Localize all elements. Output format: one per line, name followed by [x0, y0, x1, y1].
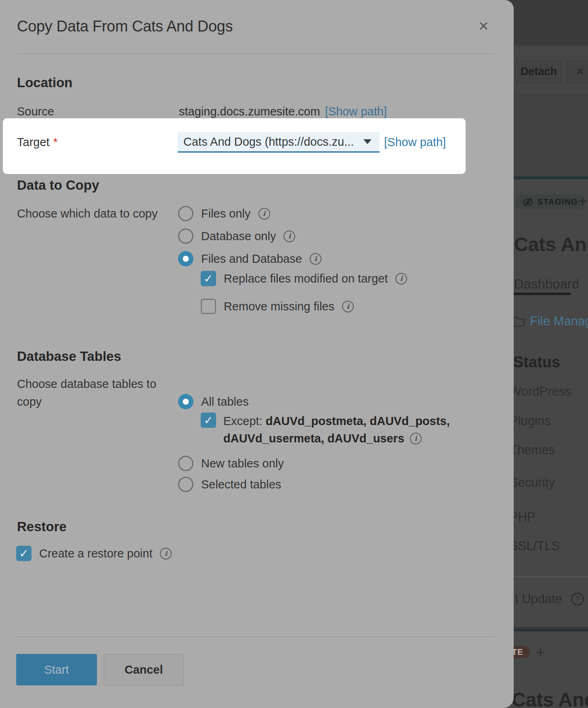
info-icon[interactable]: i — [410, 433, 422, 444]
radio-database-only-label: Database only — [201, 230, 276, 243]
choose-tables-line2: copy — [17, 393, 156, 411]
site-title: Cats And — [514, 233, 588, 256]
radio-all-tables[interactable] — [178, 394, 193, 409]
add-label-icon-2[interactable]: + — [536, 644, 546, 661]
radio-files-and-database[interactable] — [178, 251, 193, 266]
source-label: Source — [17, 103, 54, 120]
database-tables-heading: Database Tables — [17, 349, 121, 364]
all-tables-label: All tables — [201, 395, 249, 408]
target-show-path-link[interactable]: [Show path] — [384, 133, 446, 151]
copy-data-modal: Copy Data From Cats And Dogs ✕ Location … — [0, 0, 514, 708]
radio-row-all-tables[interactable]: All tables — [178, 394, 249, 409]
source-value: staging.docs.zumesite.com — [179, 105, 320, 118]
status-item-wordpress[interactable]: WordPress — [510, 384, 571, 399]
info-icon[interactable]: i — [395, 273, 407, 285]
add-label-icon[interactable]: + — [578, 193, 588, 210]
choose-tables-line1: Choose database tables to — [17, 375, 156, 393]
data-to-copy-heading: Data to Copy — [17, 178, 99, 193]
modal-close-icon[interactable]: ✕ — [478, 19, 489, 34]
checkbox-row-except-tables[interactable]: ✓ Except: dAUVd_postmeta, dAUVd_posts, d… — [201, 413, 450, 447]
target-label-text: Target — [17, 136, 50, 149]
radio-row-selected-tables[interactable]: Selected tables — [178, 477, 281, 492]
site-title-bottom: Cats And — [512, 689, 588, 708]
except-prefix: Except: — [223, 415, 262, 427]
checkbox-row-remove-missing[interactable]: Remove missing files i — [201, 299, 354, 314]
choose-data-label: Choose which data to copy — [17, 205, 158, 222]
choose-tables-label: Choose database tables to copy — [17, 375, 156, 411]
cancel-button[interactable]: Cancel — [104, 654, 184, 685]
start-button[interactable]: Start — [16, 654, 97, 685]
checkbox-remove-missing[interactable] — [201, 299, 216, 314]
checkbox-except-tables[interactable]: ✓ — [201, 413, 216, 428]
folder-icon — [512, 316, 525, 327]
title-divider — [17, 53, 495, 54]
except-line1: Except: dAUVd_postmeta, dAUVd_posts, — [223, 413, 450, 430]
radio-database-only[interactable] — [178, 228, 193, 244]
radio-selected-tables[interactable] — [178, 477, 193, 492]
except-tables-part2: dAUVd_usermeta, dAUVd_users — [223, 430, 404, 447]
radio-row-database-only[interactable]: Database only i — [178, 228, 295, 244]
help-icon[interactable]: ? — [571, 593, 584, 605]
status-item-security[interactable]: Security — [510, 475, 555, 490]
except-line2: dAUVd_usermeta, dAUVd_users i — [223, 430, 450, 447]
staging-badge: STAGING — [514, 195, 586, 209]
required-asterisk: * — [53, 136, 58, 149]
restore-point-label: Create a restore point — [39, 547, 152, 560]
except-tables-part1: dAUVd_postmeta, dAUVd_posts, — [266, 415, 450, 427]
info-icon[interactable]: i — [284, 230, 295, 242]
checkbox-row-restore-point[interactable]: ✓ Create a restore point i — [16, 546, 172, 561]
info-icon[interactable]: i — [258, 208, 270, 220]
radio-row-new-tables[interactable]: New tables only — [178, 456, 284, 471]
source-show-path-link[interactable]: [Show path] — [325, 105, 387, 118]
checkbox-restore-point[interactable]: ✓ — [16, 546, 32, 561]
modal-title: Copy Data From Cats And Dogs — [17, 18, 233, 35]
status-heading: Status — [513, 354, 560, 371]
target-select-value: Cats And Dogs (https://docs.zu... — [183, 135, 363, 149]
detach-button[interactable]: Detach — [515, 60, 562, 83]
info-icon[interactable]: i — [160, 548, 172, 559]
radio-files-only[interactable] — [178, 206, 193, 221]
restore-heading: Restore — [17, 519, 67, 534]
status-item-ssl-tls[interactable]: SSL/TLS — [510, 539, 560, 553]
radio-files-and-database-label: Files and Database — [201, 252, 302, 266]
except-tables-text: Except: dAUVd_postmeta, dAUVd_posts, dAU… — [223, 413, 450, 447]
info-icon[interactable]: i — [342, 301, 354, 312]
staging-badge-label: STAGING — [538, 197, 578, 207]
checkbox-row-replace-files[interactable]: ✓ Replace files modified on target i — [201, 271, 407, 286]
replace-files-label: Replace files modified on target — [224, 272, 388, 285]
selected-tables-label: Selected tables — [201, 478, 281, 491]
new-tables-label: New tables only — [201, 457, 284, 470]
tour-spotlight: Target* Cats And Dogs (https://docs.zu..… — [3, 118, 466, 174]
tab-dashboard[interactable]: Dashboard — [514, 276, 579, 292]
file-manager-label: File Manager — [530, 314, 588, 329]
status-item-plugins[interactable]: Plugins — [510, 414, 551, 428]
screen: Detach ✕ STAGING + Cats And Dashboard Fi… — [0, 0, 588, 708]
footer-divider — [16, 637, 494, 637]
target-label: Target* — [17, 133, 58, 151]
remove-missing-label: Remove missing files — [224, 300, 334, 313]
eye-slash-icon — [522, 197, 533, 208]
info-icon[interactable]: i — [310, 253, 321, 265]
source-value-row: staging.docs.zumesite.com [Show path] — [179, 104, 387, 119]
radio-row-files-only[interactable]: Files only i — [178, 206, 270, 221]
target-select[interactable]: Cats And Dogs (https://docs.zu... — [178, 132, 380, 153]
checkbox-replace-files[interactable]: ✓ — [201, 271, 216, 286]
location-heading: Location — [17, 75, 73, 90]
radio-files-only-label: Files only — [201, 207, 251, 220]
drawer-close-button[interactable]: ✕ — [566, 60, 588, 83]
file-manager-link[interactable]: File Manager — [512, 314, 588, 329]
smart-update-label: t Update — [515, 592, 562, 606]
chevron-down-icon — [363, 139, 372, 144]
status-item-themes[interactable]: Themes — [510, 443, 555, 457]
radio-row-files-and-database[interactable]: Files and Database i — [178, 251, 321, 266]
radio-new-tables[interactable] — [178, 456, 193, 471]
